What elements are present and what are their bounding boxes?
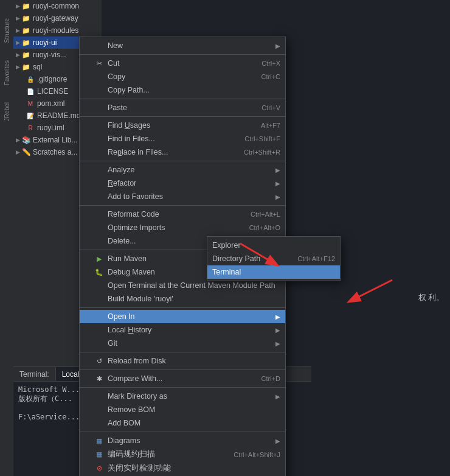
- sidebar-favorites[interactable]: Favorites: [4, 60, 10, 85]
- mark-dir-icon: [94, 391, 104, 401]
- submenu-item-explorer[interactable]: Explorer: [207, 239, 340, 252]
- menu-item-remove-bom[interactable]: Remove BOM: [80, 403, 285, 416]
- submenu-arrow: ▶: [275, 327, 280, 334]
- menu-item-cut[interactable]: ✂ Cut Ctrl+X: [80, 57, 285, 70]
- reformat-icon: [94, 209, 104, 219]
- menu-item-paste[interactable]: Paste Ctrl+V: [80, 101, 285, 114]
- diagrams-icon: ▦: [94, 436, 104, 446]
- file-icon: 📄: [26, 86, 35, 96]
- menu-item-mark-directory[interactable]: Mark Directory as ▶: [80, 390, 285, 403]
- separator-2: [80, 99, 285, 99]
- terminal-tab-label[interactable]: Terminal:: [13, 367, 56, 381]
- separator-3: [80, 116, 285, 117]
- file-icon: 📝: [26, 111, 35, 121]
- expand-arrow: ▶: [16, 149, 20, 155]
- tree-item-label: ruoyi.iml: [37, 124, 64, 132]
- menu-item-find-usages[interactable]: Find Usages Alt+F7: [80, 119, 285, 132]
- separator-4: [80, 161, 285, 161]
- submenu-arrow: ▶: [275, 167, 280, 173]
- menu-item-copy-path[interactable]: Copy Path...: [80, 83, 285, 97]
- add-bom-icon: [94, 418, 104, 428]
- folder-icon: 📁: [21, 62, 31, 72]
- refactor-icon: [94, 178, 104, 188]
- compare-icon: ✱: [94, 374, 104, 383]
- tree-item-label: .gitignore: [37, 75, 67, 83]
- separator-8: [80, 352, 285, 352]
- menu-item-optimize-imports[interactable]: Optimize Imports Ctrl+Alt+O: [80, 221, 285, 234]
- expand-arrow: ▶: [16, 27, 20, 33]
- menu-item-realtime-detect[interactable]: ⊘ 关闭实时检测功能: [80, 461, 285, 475]
- reload-icon: ↺: [94, 356, 104, 366]
- expand-arrow: ▶: [16, 15, 20, 21]
- right-panel-text: 权 利。: [418, 292, 444, 303]
- submenu-item-terminal[interactable]: Terminal: [207, 265, 340, 279]
- new-icon: [94, 41, 104, 51]
- tree-item-label: Scratches a...: [33, 148, 77, 156]
- tree-item-label: README.md: [37, 111, 80, 120]
- submenu-item-directory-path[interactable]: Directory Path Ctrl+Alt+F12: [207, 252, 340, 265]
- menu-item-build-module[interactable]: Build Module 'ruoyi': [80, 292, 285, 306]
- menu-item-refactor[interactable]: Refactor ▶: [80, 177, 285, 190]
- git-icon: [94, 338, 104, 348]
- scratches-icon: ✏️: [21, 147, 31, 157]
- remove-bom-icon: [94, 405, 104, 415]
- tree-item-label: ruoyi-gateway: [33, 14, 78, 23]
- submenu-open-in: Explorer Directory Path Ctrl+Alt+F12 Ter…: [207, 236, 341, 281]
- menu-item-add-favorites[interactable]: Add to Favorites ▶: [80, 190, 285, 203]
- folder-icon: 📁: [21, 26, 31, 35]
- menu-item-replace-in-files[interactable]: Replace in Files... Ctrl+Shift+R: [80, 145, 285, 159]
- tree-item-label: ruoyi-common: [33, 2, 79, 10]
- submenu-arrow: ▶: [275, 180, 280, 187]
- submenu-arrow: ▶: [275, 194, 280, 200]
- sidebar: Structure Favorites JRebel: [0, 0, 13, 476]
- folder-icon: 📁: [21, 1, 31, 11]
- tree-item-ruoyi-common[interactable]: ▶ 📁 ruoyi-common: [13, 0, 102, 12]
- sidebar-structure[interactable]: Structure: [4, 18, 10, 43]
- menu-item-compare-with[interactable]: ✱ Compare With... Ctrl+D: [80, 372, 285, 385]
- build-icon: [94, 294, 104, 304]
- find-in-files-icon: [94, 134, 104, 144]
- tree-item-label: External Lib...: [33, 136, 77, 144]
- menu-item-analyze[interactable]: Analyze ▶: [80, 163, 285, 177]
- copy-path-icon: [94, 85, 104, 95]
- menu-item-add-bom[interactable]: Add BOM: [80, 416, 285, 430]
- favorites-icon: [94, 192, 104, 201]
- tree-item-label: sql: [33, 63, 42, 71]
- expand-arrow: ▶: [16, 52, 20, 58]
- separator-1: [80, 54, 285, 55]
- file-icon: 🔒: [26, 74, 35, 84]
- expand-arrow: ▶: [16, 64, 20, 70]
- separator-9: [80, 369, 285, 370]
- menu-item-diagrams[interactable]: ▦ Diagrams ▶: [80, 434, 285, 447]
- file-icon: R: [26, 123, 35, 133]
- menu-item-code-scan[interactable]: ▦ 编码规约扫描 Ctrl+Alt+Shift+J: [80, 447, 285, 461]
- menu-item-open-in[interactable]: Open In ▶: [80, 310, 285, 323]
- submenu-arrow: ▶: [275, 313, 280, 320]
- delete-icon: [94, 236, 104, 246]
- menu-item-copy[interactable]: Copy Ctrl+C: [80, 70, 285, 83]
- tree-item-ruoyi-gateway[interactable]: ▶ 📁 ruoyi-gateway: [13, 12, 102, 24]
- menu-item-local-history[interactable]: Local History ▶: [80, 323, 285, 337]
- folder-icon: 📁: [21, 13, 31, 23]
- folder-icon: 📁: [21, 38, 31, 47]
- replace-icon: [94, 147, 104, 157]
- expand-arrow: ▶: [16, 137, 20, 143]
- menu-item-new[interactable]: New ▶: [80, 39, 285, 52]
- submenu-arrow: ▶: [275, 43, 280, 49]
- menu-item-git[interactable]: Git ▶: [80, 337, 285, 350]
- submenu-arrow: ▶: [275, 340, 280, 347]
- paste-icon: [94, 103, 104, 113]
- tree-item-label: ruoyi-vis...: [33, 51, 66, 59]
- detect-icon: ⊘: [94, 464, 104, 474]
- menu-item-find-in-files[interactable]: Find in Files... Ctrl+Shift+F: [80, 132, 285, 145]
- cut-icon: ✂: [94, 58, 104, 68]
- tree-item-ruoyi-modules[interactable]: ▶ 📁 ruoyi-modules: [13, 24, 102, 37]
- menu-item-reformat[interactable]: Reformat Code Ctrl+Alt+L: [80, 208, 285, 221]
- submenu-arrow: ▶: [275, 438, 280, 444]
- analyze-icon: [94, 165, 104, 175]
- folder-icon: 📁: [21, 50, 31, 60]
- menu-item-reload[interactable]: ↺ Reload from Disk: [80, 354, 285, 368]
- tree-item-label: pom.xml: [37, 99, 64, 108]
- tree-item-label: ruoyi-ui: [33, 38, 57, 47]
- sidebar-jrebel[interactable]: JRebel: [4, 102, 10, 121]
